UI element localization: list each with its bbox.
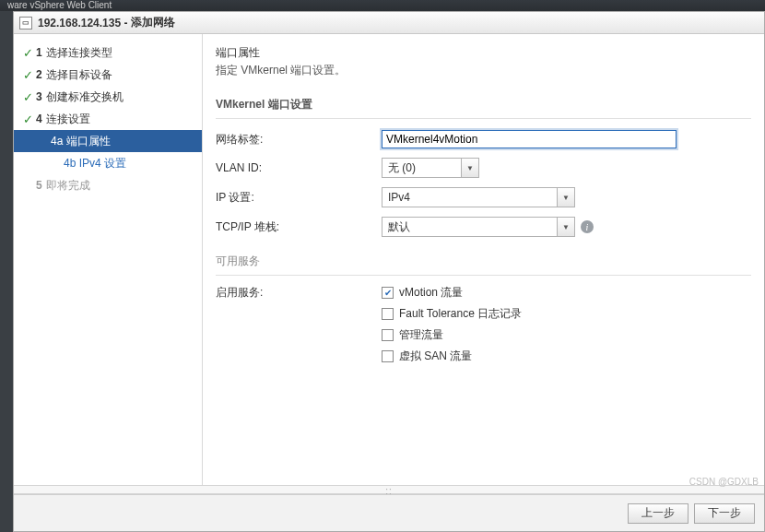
label-enable-services: 启用服务: — [216, 285, 382, 301]
dialog-title-ip: 192.168.124.135 — [38, 17, 121, 30]
ip-settings-select[interactable]: IPv4 ▼ — [382, 187, 575, 207]
checkbox-mgmt[interactable] — [382, 329, 394, 341]
check-icon: ✓ — [23, 90, 36, 104]
step-4b-ipv4[interactable]: ✓ 4b IPv4 设置 — [14, 152, 202, 174]
section-available-services: 可用服务 — [216, 254, 751, 276]
wizard-steps: ✓ 1 选择连接类型 ✓ 2 选择目标设备 ✓ 3 创建标准交换机 ✓ 4 连接… — [14, 34, 203, 485]
label-vlan-id: VLAN ID: — [216, 161, 382, 174]
label-ip-settings: IP 设置: — [216, 190, 382, 206]
host-icon: ▭ — [19, 17, 32, 30]
step-2[interactable]: ✓ 2 选择目标设备 — [14, 64, 202, 86]
back-button[interactable]: 上一步 — [628, 503, 688, 524]
watermark: CSDN @GDXLB — [689, 477, 759, 487]
step-3[interactable]: ✓ 3 创建标准交换机 — [14, 86, 202, 108]
label-network-label: 网络标签: — [216, 132, 382, 148]
svc-vsan-label: 虚拟 SAN 流量 — [399, 349, 472, 364]
step-4[interactable]: ✓ 4 连接设置 — [14, 108, 202, 130]
check-icon: ✓ — [23, 112, 36, 126]
page-subtitle: 指定 VMkernel 端口设置。 — [216, 63, 751, 78]
check-icon: ✓ — [23, 68, 36, 82]
page-title: 端口属性 — [216, 45, 751, 61]
add-network-dialog: ▭ 192.168.124.135 - 添加网络 ✓ 1 选择连接类型 ✓ 2 … — [13, 11, 765, 532]
check-icon: ✓ — [23, 46, 36, 60]
resize-splitter[interactable]: :: — [14, 485, 764, 494]
tcpip-stack-select[interactable]: 默认 ▼ — [382, 217, 575, 237]
wizard-content: 端口属性 指定 VMkernel 端口设置。 VMkernel 端口设置 网络标… — [203, 34, 764, 485]
info-icon[interactable]: i — [581, 220, 594, 233]
vlan-id-select[interactable]: 无 (0) ▼ — [382, 158, 479, 178]
step-5: ✓ 5 即将完成 — [14, 174, 202, 196]
label-tcpip-stack: TCP/IP 堆栈: — [216, 219, 382, 235]
step-4a-port-props[interactable]: 4a 端口属性 — [14, 130, 202, 152]
checkbox-vmotion[interactable]: ✔ — [382, 287, 394, 299]
dialog-title-action: 添加网络 — [131, 15, 175, 30]
svc-ft-label: Fault Tolerance 日志记录 — [399, 306, 522, 322]
step-1[interactable]: ✓ 1 选择连接类型 — [14, 41, 202, 64]
section-port-settings: VMkernel 端口设置 — [216, 97, 751, 119]
chevron-down-icon[interactable]: ▼ — [461, 158, 479, 178]
chevron-down-icon[interactable]: ▼ — [557, 217, 575, 237]
dialog-footer: 上一步 下一步 — [14, 494, 764, 531]
svc-mgmt-label: 管理流量 — [399, 327, 443, 343]
chevron-down-icon[interactable]: ▼ — [557, 187, 575, 207]
dialog-titlebar: ▭ 192.168.124.135 - 添加网络 — [14, 12, 764, 34]
checkbox-ft[interactable] — [382, 308, 394, 320]
app-top-bar: ware vSphere Web Client — [0, 0, 765, 11]
network-label-input[interactable] — [382, 130, 677, 148]
services-group: ✔ vMotion 流量 Fault Tolerance 日志记录 管理流量 虚… — [382, 285, 522, 370]
checkbox-vsan[interactable] — [382, 350, 394, 362]
svc-vmotion-label: vMotion 流量 — [399, 285, 463, 301]
next-button[interactable]: 下一步 — [694, 503, 755, 524]
